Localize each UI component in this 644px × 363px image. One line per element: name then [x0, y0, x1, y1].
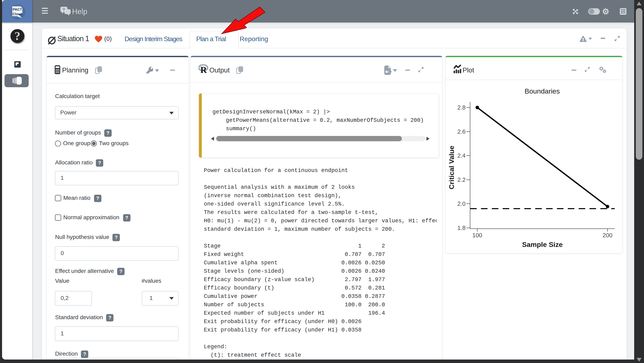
svg-text:?: ? [14, 30, 20, 42]
svg-text:100: 100 [472, 232, 482, 239]
svg-text:Critical Value: Critical Value [448, 146, 455, 189]
svg-text:1.8: 1.8 [458, 225, 466, 231]
svg-text:PACT: PACT [13, 7, 22, 11]
svg-text:2.6: 2.6 [458, 128, 466, 135]
svg-text:?: ? [62, 7, 65, 12]
svg-text:Sample Size: Sample Size [522, 241, 563, 248]
svg-text:R: R [200, 65, 207, 73]
svg-text:Cloud: Cloud [12, 12, 22, 16]
svg-text:2.0: 2.0 [458, 200, 466, 207]
svg-text:2.8: 2.8 [458, 104, 466, 111]
svg-text:2.4: 2.4 [458, 152, 466, 159]
svg-text:2.2: 2.2 [458, 176, 466, 183]
svg-text:200: 200 [602, 232, 612, 239]
svg-text:Boundaries: Boundaries [524, 87, 560, 95]
